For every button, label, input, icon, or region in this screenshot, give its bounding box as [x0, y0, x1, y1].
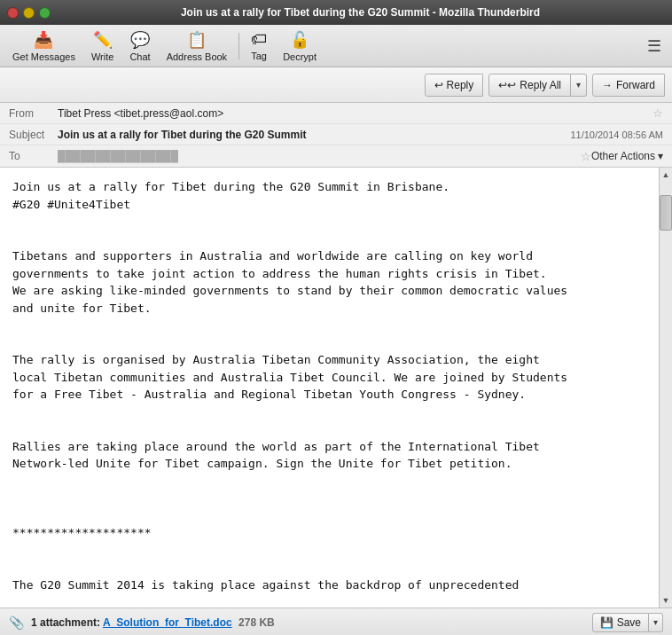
get-messages-label: Get Messages	[12, 51, 75, 62]
reply-all-button-group: ↩↩ Reply All ▾	[488, 74, 587, 97]
reply-all-icon: ↩↩	[498, 79, 516, 91]
from-value: Tibet Press <tibet.press@aol.com>	[58, 107, 649, 120]
save-arrow-button[interactable]: ▾	[649, 613, 663, 632]
decrypt-label: Decrypt	[283, 51, 316, 62]
subject-row: Subject Join us at a rally for Tibet dur…	[0, 124, 672, 145]
to-row: To ████████████████ ☆ Other Actions ▾	[0, 145, 672, 167]
reply-button-group: ↩ Reply	[425, 74, 484, 97]
forward-icon: →	[602, 79, 613, 91]
attachment-filename[interactable]: A_Solution_for_Tibet.doc	[103, 616, 232, 629]
window-title: Join us at a rally for Tibet during the …	[56, 6, 665, 19]
chat-label: Chat	[129, 51, 150, 62]
action-bar: ↩ Reply ↩↩ Reply All ▾ → Forward	[0, 67, 672, 103]
other-actions-label: Other Actions	[591, 150, 655, 162]
reply-all-button[interactable]: ↩↩ Reply All	[488, 74, 571, 97]
subject-label: Subject	[9, 129, 58, 141]
attachment-size: 278 KB	[238, 616, 275, 629]
reply-button[interactable]: ↩ Reply	[425, 74, 484, 97]
title-bar: Join us at a rally for Tibet during the …	[0, 0, 672, 25]
tag-button[interactable]: 🏷 Tag	[244, 27, 274, 65]
decrypt-icon: 🔓	[290, 30, 309, 50]
from-row: From Tibet Press <tibet.press@aol.com> ☆	[0, 103, 672, 124]
address-book-icon: 📋	[187, 30, 207, 50]
email-header: From Tibet Press <tibet.press@aol.com> ☆…	[0, 103, 672, 168]
reply-label: Reply	[447, 79, 474, 91]
attachment-text: 1 attachment: A_Solution_for_Tibet.doc 2…	[31, 616, 585, 629]
to-star-icon[interactable]: ☆	[581, 150, 591, 163]
save-button[interactable]: 💾 Save	[592, 613, 649, 632]
scrollbar[interactable]: ▲ ▼	[659, 168, 672, 608]
from-star-icon[interactable]: ☆	[652, 106, 663, 120]
attachment-bar: 📎 1 attachment: A_Solution_for_Tibet.doc…	[0, 608, 672, 635]
reply-all-arrow-button[interactable]: ▾	[571, 74, 587, 97]
address-book-label: Address Book	[167, 51, 227, 62]
chat-icon: 💬	[130, 30, 150, 50]
forward-button[interactable]: → Forward	[592, 74, 665, 97]
decrypt-button[interactable]: 🔓 Decrypt	[276, 27, 324, 66]
scrollbar-up-arrow[interactable]: ▲	[660, 168, 672, 182]
tag-icon: 🏷	[251, 30, 267, 49]
write-button[interactable]: ✏️ Write	[84, 27, 121, 66]
scrollbar-down-arrow[interactable]: ▼	[660, 593, 672, 608]
other-actions-arrow-icon: ▾	[658, 150, 663, 162]
tag-label: Tag	[251, 51, 267, 61]
email-body-container: Join us at a rally for Tibet during the …	[0, 168, 672, 608]
write-label: Write	[91, 51, 113, 62]
get-messages-icon: 📥	[34, 30, 53, 50]
forward-label: Forward	[616, 79, 655, 91]
address-book-button[interactable]: 📋 Address Book	[160, 27, 234, 66]
save-label: Save	[617, 616, 641, 629]
save-icon: 💾	[600, 616, 613, 629]
maximize-button[interactable]	[39, 7, 51, 19]
chat-button[interactable]: 💬 Chat	[122, 27, 157, 66]
toolbar-menu-button[interactable]: ☰	[642, 33, 667, 59]
reply-all-label: Reply All	[520, 79, 561, 91]
to-value: ████████████████	[58, 150, 577, 162]
window-controls[interactable]	[7, 7, 51, 19]
scrollbar-thumb[interactable]	[660, 195, 672, 231]
toolbar-separator	[238, 33, 239, 59]
attachment-count: 1 attachment:	[31, 616, 103, 629]
minimize-button[interactable]	[23, 7, 35, 19]
attachment-icon: 📎	[9, 615, 24, 630]
other-actions-button[interactable]: Other Actions ▾	[591, 150, 663, 162]
get-messages-button[interactable]: 📥 Get Messages	[5, 27, 82, 66]
close-button[interactable]	[7, 7, 19, 19]
write-icon: ✏️	[93, 30, 113, 50]
save-button-group: 💾 Save ▾	[592, 613, 663, 632]
forward-button-group: → Forward	[592, 74, 665, 97]
to-label: To	[9, 150, 58, 162]
toolbar: 📥 Get Messages ✏️ Write 💬 Chat 📋 Address…	[0, 25, 672, 67]
email-body: Join us at a rally for Tibet during the …	[0, 168, 659, 608]
from-label: From	[9, 107, 58, 120]
subject-value: Join us at a rally for Tibet during the …	[58, 129, 570, 141]
reply-icon: ↩	[434, 79, 443, 91]
email-date: 11/10/2014 08:56 AM	[570, 129, 663, 140]
